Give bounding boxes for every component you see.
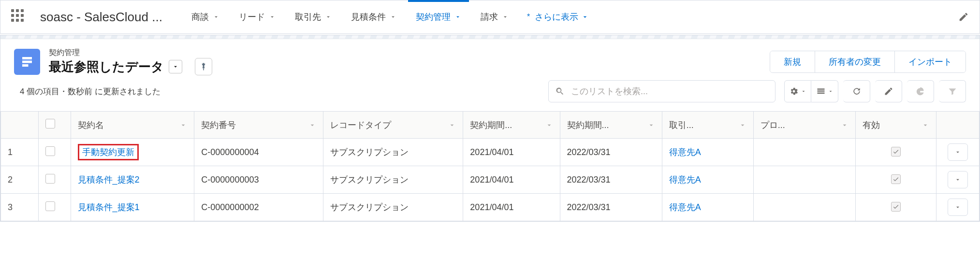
row-checkbox[interactable] [45, 201, 55, 211]
record-type: サブスクリプション [323, 166, 463, 194]
list-view-name: 最近参照したデータ [49, 58, 164, 75]
col-record-type[interactable]: レコードタイプ [323, 112, 463, 139]
list-view-page: 契約管理 最近参照したデータ 新規 所有者の変更 インポート 4 個の項目・数秒… [0, 35, 980, 222]
pin-list-button[interactable] [195, 58, 212, 75]
table-row: 2 見積条件_提案2 C-0000000003 サブスクリプション 2021/0… [1, 166, 980, 194]
nav-tab-account[interactable]: 取引先 [285, 0, 341, 33]
valid-checkbox [891, 147, 901, 156]
title-block: 契約管理 最近参照したデータ [49, 48, 212, 75]
change-owner-button[interactable]: 所有者の変更 [815, 51, 894, 72]
pencil-icon [884, 86, 893, 96]
new-button[interactable]: 新規 [770, 51, 815, 72]
col-period-to[interactable]: 契約期間... [560, 112, 662, 139]
valid-checkbox [891, 174, 901, 184]
refresh-icon [852, 86, 862, 96]
account-link[interactable]: 得意先A [669, 175, 701, 185]
chevron-down-icon [545, 121, 553, 129]
account-link[interactable]: 得意先A [669, 147, 701, 157]
inline-edit-button[interactable] [875, 80, 902, 102]
filter-button[interactable] [939, 80, 966, 102]
contract-number: C-0000000002 [194, 194, 323, 221]
chevron-down-icon [921, 121, 929, 129]
table-row: 3 見積条件_提案1 C-0000000002 サブスクリプション 2021/0… [1, 194, 980, 221]
decorative-pattern [0, 35, 980, 39]
row-actions-menu[interactable] [948, 171, 968, 188]
period-from: 2021/04/01 [463, 166, 560, 194]
record-type: サブスクリプション [323, 194, 463, 221]
contract-object-icon [14, 49, 40, 75]
process [753, 166, 855, 194]
filter-icon [948, 86, 957, 96]
nav-tab-contract[interactable]: 契約管理 [406, 0, 471, 33]
chevron-down-icon [179, 121, 187, 129]
list-status-text: 4 個の項目・数秒前 に更新されました [20, 86, 161, 97]
list-search-input[interactable] [548, 80, 775, 102]
contract-number: C-0000000004 [194, 139, 323, 166]
object-label: 契約管理 [49, 48, 212, 58]
nav-tab-lead[interactable]: リード [229, 0, 285, 33]
refresh-button[interactable] [843, 80, 870, 102]
col-period-from[interactable]: 契約期間... [463, 112, 560, 139]
list-subheader: 4 個の項目・数秒前 に更新されました [0, 77, 980, 111]
list-view-picker[interactable] [169, 60, 182, 73]
chevron-down-icon [841, 121, 848, 129]
col-select-all[interactable] [38, 112, 71, 139]
list-search [548, 80, 775, 102]
edit-nav-icon[interactable] [958, 12, 969, 22]
col-valid[interactable]: 有効 [856, 112, 936, 139]
row-number: 2 [1, 166, 39, 194]
account-link[interactable]: 得意先A [669, 202, 701, 212]
display-as-button[interactable] [811, 80, 838, 102]
check-icon [892, 148, 899, 155]
pin-icon [199, 62, 208, 71]
period-to: 2022/03/31 [560, 194, 662, 221]
period-from: 2021/04/01 [463, 194, 560, 221]
triangle-down-icon [172, 63, 179, 70]
nav-tab-billing[interactable]: 請求 [471, 0, 518, 33]
col-number[interactable]: 契約番号 [194, 112, 323, 139]
check-icon [892, 176, 899, 183]
record-type: サブスクリプション [323, 139, 463, 166]
app-launcher-icon[interactable] [11, 9, 27, 25]
nav-tab-label: 商談 [191, 11, 209, 23]
chevron-down-icon [454, 14, 461, 20]
chevron-down-icon [828, 88, 834, 94]
nav-tabs: 商談 リード 取引先 見積条件 契約管理 請求 * さらに表示 [182, 0, 958, 33]
list-header: 契約管理 最近参照したデータ 新規 所有者の変更 インポート [0, 39, 980, 77]
table-row: 1 手動契約更新 C-0000000004 サブスクリプション 2021/04/… [1, 139, 980, 166]
nav-more-label: さらに表示 [535, 11, 578, 23]
valid-checkbox [891, 202, 901, 212]
col-process[interactable]: プロ... [753, 112, 855, 139]
list-controls [784, 80, 966, 102]
row-actions-menu[interactable] [948, 199, 968, 216]
contract-name-link[interactable]: 手動契約更新 [78, 144, 139, 160]
nav-tab-opportunity[interactable]: 商談 [182, 0, 229, 33]
nav-more[interactable]: * さらに表示 [518, 0, 598, 33]
chevron-down-icon [502, 14, 509, 20]
nav-tab-label: 請求 [481, 11, 498, 23]
checkbox-icon[interactable] [45, 119, 55, 128]
chevron-down-icon [647, 121, 655, 129]
triangle-down-icon [954, 204, 961, 211]
col-rownum [1, 112, 39, 139]
list-settings-button[interactable] [784, 80, 811, 102]
row-checkbox[interactable] [45, 174, 55, 184]
search-icon [555, 86, 565, 96]
nav-tab-label: 取引先 [295, 11, 321, 23]
col-name[interactable]: 契約名 [71, 112, 194, 139]
col-account[interactable]: 取引... [662, 112, 753, 139]
period-from: 2021/04/01 [463, 139, 560, 166]
chart-button[interactable] [907, 80, 934, 102]
nav-tab-label: リード [239, 11, 265, 23]
row-number: 1 [1, 139, 39, 166]
chevron-down-icon [801, 88, 806, 94]
row-checkbox[interactable] [45, 146, 55, 156]
import-button[interactable]: インポート [894, 51, 965, 72]
contract-name-link[interactable]: 見積条件_提案1 [78, 202, 140, 212]
row-actions-menu[interactable] [948, 143, 968, 161]
nav-tab-quote[interactable]: 見積条件 [341, 0, 406, 33]
contract-name-link[interactable]: 見積条件_提案2 [78, 175, 140, 185]
nav-tab-label: 契約管理 [416, 11, 451, 23]
chevron-down-icon [308, 121, 316, 129]
gear-icon [789, 86, 799, 96]
